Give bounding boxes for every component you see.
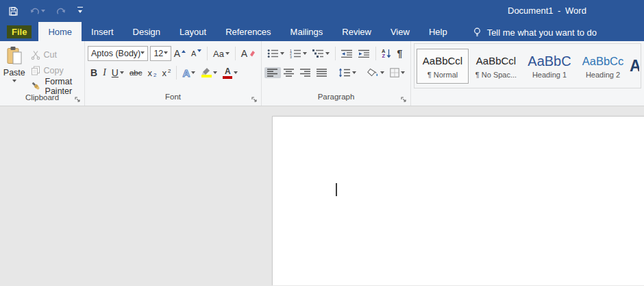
style-partial-preview[interactable]: A <box>630 45 639 86</box>
style-normal[interactable]: AaBbCcl ¶ Normal <box>417 49 469 84</box>
customize-qat-icon[interactable] <box>77 7 83 15</box>
format-painter-icon <box>31 81 42 92</box>
numbering-icon: 123 <box>290 49 301 58</box>
sort-arrow-icon <box>386 49 391 58</box>
cut-label: Cut <box>44 50 57 60</box>
tab-home[interactable]: Home <box>38 22 82 41</box>
align-center-button[interactable] <box>281 67 297 78</box>
font-name-combobox[interactable]: Aptos (Body) <box>88 46 148 61</box>
group-styles: AaBbCcl ¶ Normal AaBbCcl ¶ No Spac... Aa… <box>410 41 644 106</box>
tab-file[interactable]: File <box>7 25 32 38</box>
decrease-indent-button[interactable] <box>338 48 356 60</box>
clear-formatting-button[interactable]: A <box>238 47 258 60</box>
underline-caret-icon[interactable] <box>120 71 124 76</box>
borders-button[interactable] <box>387 67 408 79</box>
sort-button[interactable]: A Z <box>379 47 394 60</box>
font-color-caret-icon[interactable] <box>234 71 238 76</box>
clipboard-group-label: Clipboard <box>25 93 59 102</box>
borders-icon <box>390 68 399 78</box>
tab-design[interactable]: Design <box>123 22 170 41</box>
style-heading-2[interactable]: AaBbCc Heading 2 <box>577 49 629 83</box>
ribbon-tab-bar: File Home Insert Design Layout Reference… <box>0 22 644 41</box>
save-icon[interactable] <box>8 6 18 16</box>
title-bar: Document1 - Word <box>0 0 644 22</box>
style-heading-1[interactable]: AaBbC Heading 1 <box>523 49 575 83</box>
redo-icon[interactable] <box>56 6 66 16</box>
ribbon: Paste Cut Copy <box>0 41 644 106</box>
tab-review[interactable]: Review <box>332 22 381 41</box>
line-spacing-button[interactable] <box>336 67 359 79</box>
bold-button[interactable]: B <box>88 66 100 80</box>
paste-label: Paste <box>3 68 25 78</box>
font-dialog-launcher-icon[interactable] <box>249 95 259 104</box>
increase-indent-icon <box>358 49 370 58</box>
shrink-font-button[interactable]: A <box>188 48 204 59</box>
multilevel-list-icon <box>312 49 324 58</box>
font-name-caret-icon[interactable] <box>140 51 145 56</box>
italic-button[interactable]: I <box>100 66 109 80</box>
style-no-spacing[interactable]: AaBbCcl ¶ No Spac... <box>470 49 522 83</box>
align-right-button[interactable] <box>297 67 314 78</box>
line-spacing-caret-icon[interactable] <box>352 71 356 76</box>
copy-label: Copy <box>44 66 64 75</box>
tab-view[interactable]: View <box>381 22 419 41</box>
clipboard-dialog-launcher-icon[interactable] <box>73 95 82 104</box>
bullets-caret-icon[interactable] <box>280 52 284 57</box>
paragraph-dialog-launcher-icon[interactable] <box>399 95 408 104</box>
numbering-caret-icon[interactable] <box>303 52 307 57</box>
group-clipboard: Paste Cut Copy <box>0 41 84 106</box>
cut-button[interactable]: Cut <box>29 47 84 62</box>
tab-insert[interactable]: Insert <box>82 22 123 41</box>
multilevel-list-button[interactable] <box>310 47 332 60</box>
strikethrough-button[interactable]: abc <box>127 67 145 78</box>
font-color-icon: A <box>223 67 232 79</box>
highlight-color-button[interactable] <box>198 67 220 79</box>
window-title: Document1 - Word <box>508 5 586 16</box>
underline-button[interactable]: U <box>109 66 127 80</box>
group-paragraph: 123 A Z <box>261 41 410 106</box>
tab-help[interactable]: Help <box>419 22 457 41</box>
eraser-icon <box>249 49 256 58</box>
superscript-button[interactable]: x 2 <box>159 67 173 80</box>
document-page[interactable] <box>272 116 644 285</box>
paste-icon <box>5 46 23 67</box>
grow-caret-icon <box>182 48 186 53</box>
numbering-button[interactable]: 123 <box>287 47 310 60</box>
text-effects-caret-icon[interactable] <box>191 71 195 76</box>
copy-icon <box>31 66 40 75</box>
document-area <box>0 106 644 285</box>
tell-me-box[interactable]: Tell me what you want to do <box>472 22 597 41</box>
font-color-button[interactable]: A <box>220 66 240 80</box>
increase-indent-button[interactable] <box>356 48 373 60</box>
undo-caret-icon[interactable] <box>41 10 45 14</box>
bullets-button[interactable] <box>264 47 287 60</box>
paste-button[interactable]: Paste <box>0 44 29 93</box>
show-hide-pilcrow-button[interactable]: ¶ <box>394 47 405 60</box>
multilevel-caret-icon[interactable] <box>325 52 330 57</box>
justify-button[interactable] <box>314 67 330 78</box>
format-painter-button[interactable]: Format Painter <box>29 79 84 93</box>
align-left-button[interactable] <box>264 67 281 78</box>
shading-button[interactable] <box>364 67 387 79</box>
styles-gallery: AaBbCcl ¶ Normal AaBbCcl ¶ No Spac... Aa… <box>414 43 641 88</box>
font-group-label: Font <box>165 93 181 101</box>
font-size-value: 12 <box>153 49 163 58</box>
shading-caret-icon[interactable] <box>380 71 384 76</box>
paste-caret-icon[interactable] <box>12 80 16 84</box>
highlight-caret-icon[interactable] <box>213 71 217 76</box>
tab-mailings[interactable]: Mailings <box>281 22 333 41</box>
change-case-button[interactable]: Aa <box>210 47 232 60</box>
subscript-button[interactable]: x 2 <box>145 67 159 80</box>
borders-caret-icon[interactable] <box>401 71 405 76</box>
tab-references[interactable]: References <box>216 22 280 41</box>
grow-font-button[interactable]: A <box>171 47 188 60</box>
change-case-caret-icon[interactable] <box>225 52 230 57</box>
text-effects-button[interactable]: A <box>179 66 198 80</box>
font-size-caret-icon[interactable] <box>164 51 168 56</box>
tab-layout[interactable]: Layout <box>170 22 216 41</box>
undo-icon[interactable] <box>29 6 45 16</box>
font-size-combobox[interactable]: 12 <box>150 46 171 61</box>
shading-icon <box>367 68 379 78</box>
decrease-indent-icon <box>341 49 353 58</box>
copy-button[interactable]: Copy <box>29 63 84 78</box>
